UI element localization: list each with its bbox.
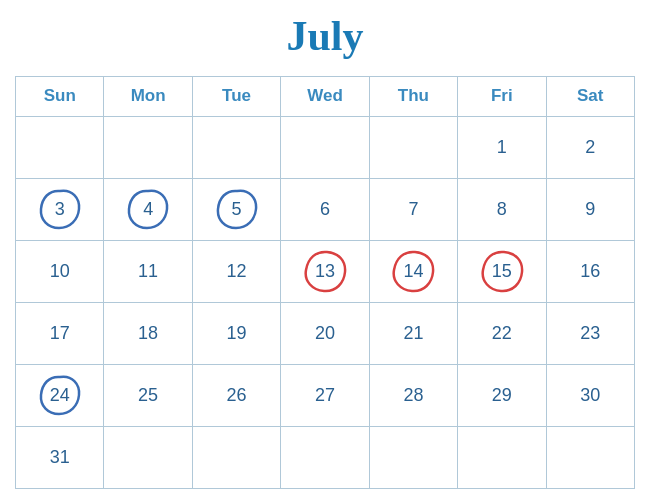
day-name-label: Wed xyxy=(307,86,343,106)
day-cell: 1 xyxy=(458,117,546,179)
day-number: 8 xyxy=(497,199,507,220)
week-row: 31 xyxy=(16,427,635,489)
header-cell-sat: Sat xyxy=(547,77,635,117)
day-cell xyxy=(370,427,458,489)
day-number: 20 xyxy=(315,323,335,344)
week-row: 17181920212223 xyxy=(16,303,635,365)
day-cell: 7 xyxy=(370,179,458,241)
day-name-label: Tue xyxy=(222,86,251,106)
day-cell: 17 xyxy=(16,303,104,365)
day-cell: 28 xyxy=(370,365,458,427)
day-cell: 22 xyxy=(458,303,546,365)
day-name-label: Thu xyxy=(398,86,429,106)
day-cell: 30 xyxy=(547,365,635,427)
day-number: 10 xyxy=(50,261,70,282)
day-cell: 11 xyxy=(104,241,192,303)
day-number: 18 xyxy=(138,323,158,344)
header-cell-sun: Sun xyxy=(16,77,104,117)
day-name-label: Mon xyxy=(131,86,166,106)
day-number: 5 xyxy=(232,199,242,220)
day-cell: 26 xyxy=(193,365,281,427)
header-cell-wed: Wed xyxy=(281,77,369,117)
day-number: 29 xyxy=(492,385,512,406)
week-row: 12 xyxy=(16,117,635,179)
day-cell xyxy=(193,427,281,489)
day-number: 23 xyxy=(580,323,600,344)
header-cell-mon: Mon xyxy=(104,77,192,117)
day-number: 1 xyxy=(497,137,507,158)
day-cell xyxy=(16,117,104,179)
header-cell-thu: Thu xyxy=(370,77,458,117)
day-cell: 25 xyxy=(104,365,192,427)
day-cell: 18 xyxy=(104,303,192,365)
day-number: 17 xyxy=(50,323,70,344)
day-number: 31 xyxy=(50,447,70,468)
calendar-grid: SunMonTueWedThuFriSat1234567891011121314… xyxy=(15,76,635,489)
day-cell: 29 xyxy=(458,365,546,427)
day-name-label: Sat xyxy=(577,86,603,106)
day-cell: 16 xyxy=(547,241,635,303)
day-number: 9 xyxy=(585,199,595,220)
day-name-label: Sun xyxy=(44,86,76,106)
day-cell: 3 xyxy=(16,179,104,241)
day-cell: 19 xyxy=(193,303,281,365)
day-number: 11 xyxy=(138,261,158,282)
day-cell: 20 xyxy=(281,303,369,365)
day-number: 13 xyxy=(315,261,335,282)
day-cell: 24 xyxy=(16,365,104,427)
week-row: 10111213141516 xyxy=(16,241,635,303)
day-cell xyxy=(281,117,369,179)
day-cell xyxy=(547,427,635,489)
day-cell xyxy=(370,117,458,179)
day-cell: 6 xyxy=(281,179,369,241)
day-number: 7 xyxy=(408,199,418,220)
calendar: July SunMonTueWedThuFriSat12345678910111… xyxy=(15,12,635,489)
day-cell: 15 xyxy=(458,241,546,303)
day-cell xyxy=(458,427,546,489)
week-row: 3456789 xyxy=(16,179,635,241)
day-number: 12 xyxy=(227,261,247,282)
day-cell: 4 xyxy=(104,179,192,241)
day-number: 4 xyxy=(143,199,153,220)
calendar-title: July xyxy=(15,12,635,60)
day-number: 25 xyxy=(138,385,158,406)
day-cell: 9 xyxy=(547,179,635,241)
day-cell: 2 xyxy=(547,117,635,179)
day-number: 3 xyxy=(55,199,65,220)
day-number: 14 xyxy=(403,261,423,282)
week-row: 24252627282930 xyxy=(16,365,635,427)
day-number: 22 xyxy=(492,323,512,344)
day-number: 27 xyxy=(315,385,335,406)
day-cell xyxy=(104,427,192,489)
header-cell-tue: Tue xyxy=(193,77,281,117)
day-cell: 12 xyxy=(193,241,281,303)
day-cell: 8 xyxy=(458,179,546,241)
day-cell: 5 xyxy=(193,179,281,241)
day-cell: 27 xyxy=(281,365,369,427)
day-cell xyxy=(193,117,281,179)
day-cell: 21 xyxy=(370,303,458,365)
day-number: 24 xyxy=(50,385,70,406)
day-number: 6 xyxy=(320,199,330,220)
header-cell-fri: Fri xyxy=(458,77,546,117)
day-number: 2 xyxy=(585,137,595,158)
day-number: 26 xyxy=(227,385,247,406)
day-cell: 13 xyxy=(281,241,369,303)
day-cell xyxy=(281,427,369,489)
day-number: 30 xyxy=(580,385,600,406)
day-cell xyxy=(104,117,192,179)
day-cell: 14 xyxy=(370,241,458,303)
day-name-label: Fri xyxy=(491,86,513,106)
day-number: 15 xyxy=(492,261,512,282)
day-number: 21 xyxy=(403,323,423,344)
day-cell: 23 xyxy=(547,303,635,365)
day-number: 19 xyxy=(227,323,247,344)
day-number: 28 xyxy=(403,385,423,406)
day-number: 16 xyxy=(580,261,600,282)
day-cell: 31 xyxy=(16,427,104,489)
day-cell: 10 xyxy=(16,241,104,303)
